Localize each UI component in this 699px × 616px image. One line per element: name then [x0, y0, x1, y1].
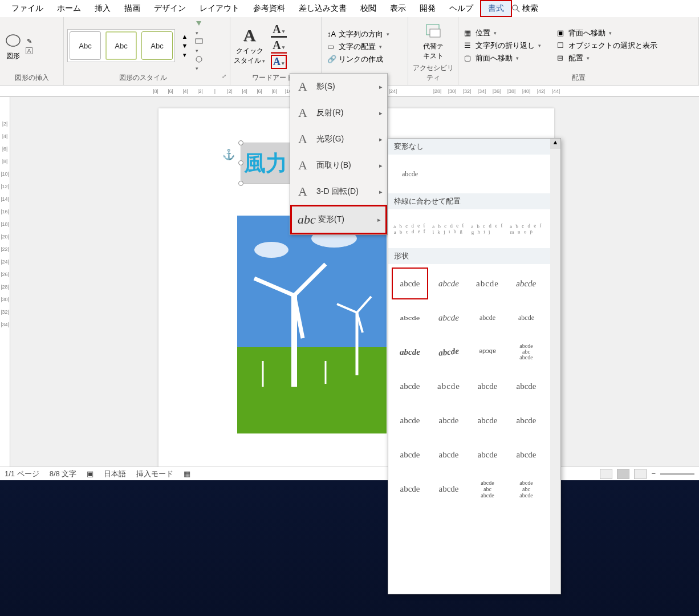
menu-file[interactable]: ファイル	[5, 1, 50, 16]
transform-warp-17[interactable]: abcde	[430, 404, 467, 436]
fx-shadow[interactable]: A影(S)▸	[290, 74, 387, 100]
alt-text-button[interactable]: 代替テ キスト	[423, 42, 444, 61]
fx-bevel[interactable]: A面取り(B)▸	[290, 152, 387, 179]
align-button[interactable]: ⊟配置	[555, 52, 660, 64]
resize-handle[interactable]	[238, 160, 243, 165]
zoom-out-button[interactable]: −	[651, 469, 656, 478]
transform-warp-16[interactable]: abcde	[392, 404, 428, 436]
style-thumb-1[interactable]: Abc	[70, 31, 101, 60]
transform-warp-18[interactable]: abcde	[469, 404, 506, 436]
text-fill-icon[interactable]: A	[271, 23, 287, 38]
view-web-button[interactable]	[634, 469, 647, 479]
send-backward-button[interactable]: ▣背面へ移動	[555, 27, 660, 39]
fx-3d-rotation[interactable]: A3-D 回転(D)▸	[290, 179, 387, 205]
gallery-scrollbar[interactable]: ▲	[550, 139, 560, 594]
text-box-icon[interactable]: A	[26, 47, 32, 54]
transform-warp-13[interactable]: abcde	[430, 370, 467, 402]
text-align-button[interactable]: ▭文字の配置	[325, 41, 392, 52]
transform-warp-11[interactable]: abcdeabcabcde	[508, 336, 544, 368]
position-button[interactable]: ▦位置	[462, 27, 543, 39]
fx-reflection[interactable]: A反射(R)▸	[290, 100, 387, 126]
transform-circle-1[interactable]: a b c d e fg h i j	[469, 212, 506, 245]
transform-warp-15[interactable]: abcde	[508, 370, 544, 402]
transform-none[interactable]: abcde	[392, 158, 428, 190]
quick-style-button[interactable]: クイック スタイル	[234, 46, 265, 66]
transform-warp-5[interactable]: abcde	[430, 302, 467, 334]
resize-handle[interactable]	[238, 181, 243, 186]
shape-effects-icon[interactable]	[194, 55, 205, 72]
status-language[interactable]: 日本語	[104, 469, 126, 479]
shapes-button[interactable]: 図形	[6, 51, 20, 61]
text-direction-button[interactable]: ↕A文字列の方向	[325, 29, 392, 40]
status-mode[interactable]: 挿入モード	[136, 469, 173, 479]
fx-glow[interactable]: A光彩(G)▸	[290, 126, 387, 152]
transform-warp-19[interactable]: abcde	[508, 404, 544, 436]
resize-handle[interactable]	[238, 140, 243, 145]
macro-icon[interactable]: ▦	[184, 469, 190, 478]
menu-insert[interactable]: 挿入	[88, 1, 117, 16]
transform-warp-26[interactable]: abcdeabcabcde	[469, 473, 506, 505]
transform-warp-25[interactable]: abcde	[430, 473, 467, 505]
menu-layout[interactable]: レイアウト	[193, 1, 246, 16]
transform-warp-20[interactable]: abcde	[392, 439, 428, 471]
transform-warp-21[interactable]: abcde	[430, 439, 467, 471]
menu-references[interactable]: 参考資料	[246, 1, 292, 16]
status-page[interactable]: 1/1 ページ	[5, 469, 39, 479]
selection-pane-button[interactable]: ☐オブジェクトの選択と表示	[555, 40, 660, 51]
transform-warp-12[interactable]: abcde	[392, 370, 428, 402]
zoom-slider[interactable]	[660, 473, 694, 475]
wrap-text-button[interactable]: ☰文字列の折り返し	[462, 40, 543, 51]
transform-warp-1[interactable]: abcde	[430, 268, 467, 299]
fx-transform[interactable]: abc変形(T)▸	[290, 205, 387, 234]
wordart-object[interactable]: 風力	[241, 143, 295, 184]
shape-style-gallery[interactable]: Abc Abc Abc	[67, 29, 175, 62]
menu-review[interactable]: 校閲	[353, 1, 383, 16]
transform-warp-14[interactable]: abcde	[469, 370, 506, 402]
proofing-icon[interactable]: ▣	[87, 469, 94, 478]
edit-shape-icon[interactable]: ✎	[27, 38, 32, 45]
group-label-shapes: 図形の挿入	[3, 72, 60, 85]
transform-warp-0[interactable]: abcde	[392, 268, 428, 299]
transform-arc-2[interactable]: a b c d e fl k j i h g	[430, 212, 468, 245]
menu-format[interactable]: 書式	[480, 0, 512, 17]
transform-warp-23[interactable]: abcde	[508, 439, 544, 471]
shape-outline-icon[interactable]	[194, 38, 205, 54]
menu-home[interactable]: ホーム	[50, 1, 88, 16]
style-thumb-2[interactable]: Abc	[105, 31, 137, 60]
transform-warp-7[interactable]: abcde	[508, 302, 544, 334]
gallery-down-icon[interactable]: ▼	[182, 42, 188, 49]
scroll-up-icon[interactable]: ▲	[550, 139, 560, 149]
menu-help[interactable]: ヘルプ	[442, 1, 480, 16]
bring-forward-button[interactable]: ▢前面へ移動	[462, 52, 543, 64]
image-wind-turbines[interactable]	[237, 216, 387, 433]
gallery-more-icon[interactable]: ▾	[183, 51, 186, 59]
transform-warp-8[interactable]: abcde	[392, 336, 428, 368]
transform-arc-1[interactable]: a b c d e fa b c d e f	[391, 212, 429, 245]
transform-warp-9[interactable]: abcde	[429, 334, 469, 370]
transform-warp-4[interactable]: abcde	[392, 306, 428, 329]
transform-warp-24[interactable]: abcde	[392, 473, 428, 505]
view-read-button[interactable]	[600, 469, 612, 479]
text-effects-button[interactable]: A	[271, 55, 287, 69]
create-link-button[interactable]: 🔗リンクの作成	[325, 54, 392, 65]
menu-design[interactable]: デザイン	[147, 1, 193, 16]
transform-warp-2[interactable]: abcde	[469, 268, 506, 299]
menu-developer[interactable]: 開発	[413, 1, 442, 16]
text-outline-icon[interactable]: A	[271, 39, 287, 54]
menu-mailings[interactable]: 差し込み文書	[292, 1, 353, 16]
menu-draw[interactable]: 描画	[117, 1, 147, 16]
transform-circle-2[interactable]: a b c d e fm n o p	[507, 212, 545, 245]
transform-warp-10[interactable]: abcde	[469, 336, 506, 368]
style-thumb-3[interactable]: Abc	[141, 31, 173, 60]
transform-warp-27[interactable]: abcdeabcabcde	[508, 473, 544, 505]
menu-view[interactable]: 表示	[383, 1, 413, 16]
status-words[interactable]: 8/8 文字	[50, 469, 77, 479]
shape-fill-icon[interactable]	[194, 20, 205, 37]
gallery-up-icon[interactable]: ▲	[182, 33, 188, 40]
search-box[interactable]: 検索	[512, 3, 538, 14]
transform-warp-6[interactable]: abcde	[469, 302, 506, 334]
view-print-button[interactable]	[617, 469, 629, 479]
transform-warp-3[interactable]: abcde	[506, 268, 547, 299]
transform-warp-22[interactable]: abcde	[469, 439, 506, 471]
dialog-launcher-icon[interactable]: ⤢	[222, 73, 226, 79]
